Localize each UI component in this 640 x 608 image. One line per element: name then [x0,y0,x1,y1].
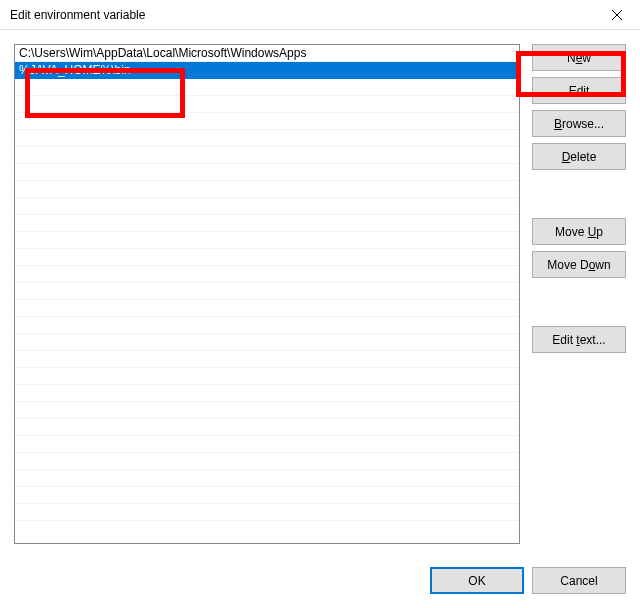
list-item-empty [15,402,519,419]
list-item-empty [15,487,519,504]
move-up-button[interactable]: Move Up [532,218,626,245]
move-down-button[interactable]: Move Down [532,251,626,278]
list-item-empty [15,79,519,96]
list-item-empty [15,96,519,113]
cancel-button[interactable]: Cancel [532,567,626,594]
titlebar: Edit environment variable [0,0,640,30]
list-item-empty [15,385,519,402]
list-item-empty [15,300,519,317]
list-item-empty [15,147,519,164]
browse-button[interactable]: Browse... [532,110,626,137]
list-item-empty [15,351,519,368]
window-title: Edit environment variable [10,8,145,22]
list-item-empty [15,419,519,436]
list-item-empty [15,232,519,249]
close-icon [612,10,622,20]
list-item-empty [15,334,519,351]
dialog-content: C:\Users\Wim\AppData\Local\Microsoft\Win… [0,30,640,608]
list-item-empty [15,113,519,130]
close-button[interactable] [594,0,640,30]
list-item-empty [15,249,519,266]
new-button[interactable]: New [532,44,626,71]
list-item-empty [15,453,519,470]
dialog-bottom-buttons: OK Cancel [430,567,626,594]
list-item-empty [15,130,519,147]
list-item-empty [15,368,519,385]
list-item-empty [15,470,519,487]
list-item-empty [15,436,519,453]
list-item-empty [15,504,519,521]
list-item-empty [15,181,519,198]
list-item-empty [15,283,519,300]
path-listbox[interactable]: C:\Users\Wim\AppData\Local\Microsoft\Win… [14,44,520,544]
edit-button[interactable]: Edit [532,77,626,104]
list-item-empty [15,317,519,334]
list-item-empty [15,164,519,181]
edit-text-button[interactable]: Edit text... [532,326,626,353]
list-item-empty [15,215,519,232]
list-item[interactable]: C:\Users\Wim\AppData\Local\Microsoft\Win… [15,45,519,62]
delete-button[interactable]: Delete [532,143,626,170]
list-item-selected[interactable]: %JAVA_HOME%\bin [15,62,519,79]
side-button-column: New Edit Browse... Delete Move Up Move D… [532,44,626,544]
list-item-empty [15,266,519,283]
ok-button[interactable]: OK [430,567,524,594]
list-item-empty [15,198,519,215]
